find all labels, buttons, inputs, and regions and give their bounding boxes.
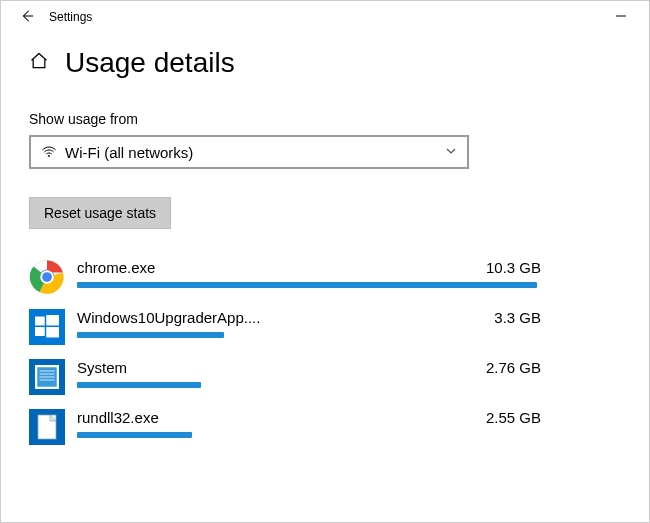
title-bar: Settings	[1, 1, 649, 33]
network-select-value: Wi-Fi (all networks)	[65, 144, 445, 161]
app-name: chrome.exe	[77, 259, 155, 276]
app-usage: 2.76 GB	[486, 359, 541, 376]
minimize-button[interactable]	[601, 9, 641, 25]
app-icon	[29, 359, 65, 395]
usage-bar	[77, 282, 537, 288]
svg-point-8	[42, 272, 52, 282]
svg-rect-12	[35, 327, 45, 336]
app-icon	[29, 409, 65, 445]
usage-bar	[77, 382, 201, 388]
show-usage-label: Show usage from	[29, 111, 621, 127]
wifi-icon	[41, 144, 57, 160]
usage-bar	[77, 332, 224, 338]
app-row[interactable]: rundll32.exe2.55 GB	[29, 409, 621, 445]
app-row[interactable]: chrome.exe10.3 GB	[29, 259, 621, 295]
back-button[interactable]	[9, 9, 45, 26]
app-name: rundll32.exe	[77, 409, 159, 426]
app-row[interactable]: System2.76 GB	[29, 359, 621, 395]
app-usage: 3.3 GB	[494, 309, 541, 326]
home-icon[interactable]	[29, 51, 49, 76]
svg-rect-13	[46, 327, 59, 338]
svg-rect-10	[35, 317, 45, 326]
svg-point-2	[48, 155, 50, 157]
usage-bar	[77, 432, 192, 438]
app-name: System	[77, 359, 127, 376]
app-row[interactable]: Windows10UpgraderApp....3.3 GB	[29, 309, 621, 345]
app-usage-list: chrome.exe10.3 GBWindows10UpgraderApp...…	[29, 259, 621, 445]
svg-rect-11	[46, 315, 59, 326]
app-usage: 10.3 GB	[486, 259, 541, 276]
app-icon	[29, 259, 65, 295]
app-icon	[29, 309, 65, 345]
chevron-down-icon	[445, 145, 457, 160]
page-title: Usage details	[65, 47, 235, 79]
network-select[interactable]: Wi-Fi (all networks)	[29, 135, 469, 169]
app-name: Windows10UpgraderApp....	[77, 309, 260, 326]
window-title: Settings	[49, 10, 92, 24]
reset-usage-stats-button[interactable]: Reset usage stats	[29, 197, 171, 229]
app-usage: 2.55 GB	[486, 409, 541, 426]
